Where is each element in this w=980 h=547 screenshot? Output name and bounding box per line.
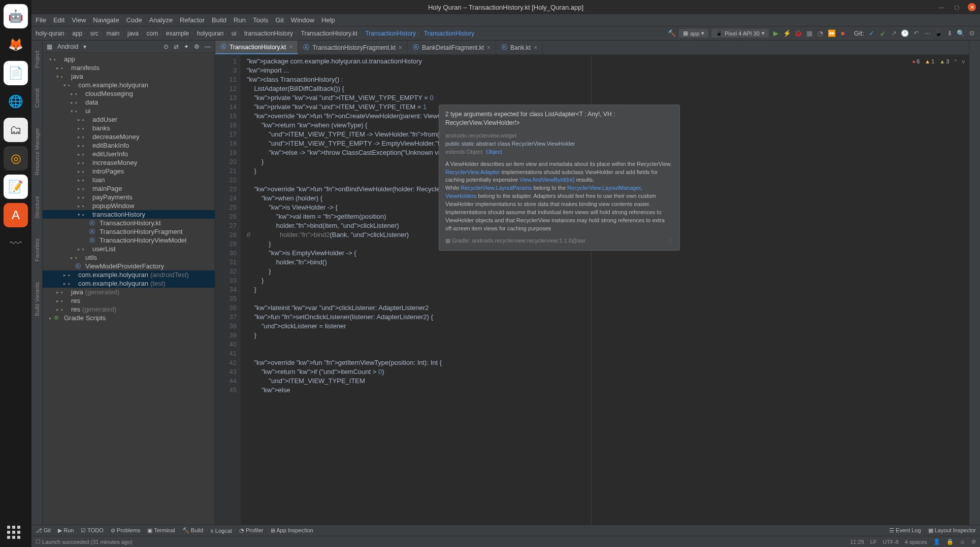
code-editor[interactable]: ●6 ▲1 ▲3 ^v 1311121314151617181920212223… <box>215 55 969 525</box>
tree-item[interactable]: ▸▪manifests <box>43 63 215 72</box>
menu-navigate[interactable]: Navigate <box>93 16 119 24</box>
tree-item[interactable]: ▸▪res(generated) <box>43 305 215 314</box>
dock-studio-icon[interactable]: 🤖 <box>4 4 28 28</box>
attach-debugger-icon[interactable]: ⏩ <box>828 29 836 38</box>
crumb[interactable]: TransactionHistory.kt <box>301 30 357 37</box>
git-history-icon[interactable]: 🕐 <box>901 29 909 38</box>
popup-more-icon[interactable]: ⋮ <box>668 237 673 245</box>
crumb[interactable]: src <box>90 30 99 37</box>
crumb[interactable]: ui <box>232 30 236 37</box>
status-icon[interactable]: ⊘ <box>971 538 976 545</box>
tree-item[interactable]: ▸▪editUserInfo <box>43 150 215 158</box>
dock-monitor-icon[interactable]: 〰 <box>4 231 28 256</box>
status-icon[interactable]: 👤 <box>933 538 940 545</box>
tree-item[interactable]: ▾▪ui <box>43 107 215 115</box>
tree-item[interactable]: ▸▪userList <box>43 245 215 253</box>
menu-git[interactable]: Git <box>275 16 284 24</box>
git-update-icon[interactable]: ✓ <box>867 29 875 38</box>
tree-item[interactable]: ▸▪data <box>43 98 215 107</box>
status-icon[interactable]: ☺ <box>960 539 965 545</box>
crumb[interactable]: holy-quran <box>36 30 64 37</box>
editor-tab[interactable]: ⓀBankDetailFragment.kt× <box>408 41 496 54</box>
crumb[interactable]: TransactionHistory <box>365 30 416 37</box>
menu-window[interactable]: Window <box>291 16 314 24</box>
settings-icon[interactable]: ⚙ <box>968 29 976 38</box>
tree-item[interactable]: ▸▪cloudMesseging <box>43 89 215 98</box>
tree-item[interactable]: ▸▪increaseMoney <box>43 158 215 167</box>
maximize-button[interactable]: ▢ <box>953 3 961 11</box>
status-item[interactable]: LF <box>870 539 877 545</box>
crumb[interactable]: com <box>147 30 158 37</box>
bottom-tool-logcat[interactable]: ≡ Logcat <box>210 528 232 534</box>
git-push-icon[interactable]: ↗ <box>890 29 898 38</box>
tree-item[interactable]: ▸▪banks <box>43 124 215 132</box>
dock-text-icon[interactable]: 📄 <box>4 61 28 85</box>
search-icon[interactable]: 🔍 <box>957 29 965 38</box>
bottom-tool-terminal[interactable]: ▣ Terminal <box>147 527 175 534</box>
stop-icon[interactable]: ■ <box>839 29 847 38</box>
tree-item[interactable]: ▸▪loan <box>43 176 215 184</box>
sdk-icon[interactable]: ⬇ <box>945 29 954 38</box>
dock-files-icon[interactable]: 🗂 <box>4 118 28 142</box>
status-icon[interactable]: 🔒 <box>946 538 954 545</box>
tree-item[interactable]: ▸▪com.example.holyquran(test) <box>43 279 215 288</box>
menu-help[interactable]: Help <box>321 16 335 24</box>
crumb[interactable]: app <box>72 30 82 37</box>
menu-edit[interactable]: Edit <box>53 16 64 24</box>
bottom-tool-todo[interactable]: ☑ TODO <box>81 527 103 534</box>
dock-software-icon[interactable]: A <box>4 203 28 227</box>
menu-tools[interactable]: Tools <box>253 16 268 24</box>
editor-tab[interactable]: ⓀBank.kt× <box>496 41 543 54</box>
profile-icon[interactable]: ◔ <box>816 29 825 38</box>
crumb[interactable]: holyquran <box>197 30 224 37</box>
avd-icon[interactable]: 📱 <box>934 29 942 38</box>
tree-item[interactable]: ⓀViewModelProviderFactory <box>43 262 215 270</box>
status-item[interactable]: 11:29 <box>850 539 864 545</box>
dock-firefox-icon[interactable]: 🦊 <box>4 32 28 57</box>
tree-item[interactable]: ▸▪popupWindow <box>43 201 215 210</box>
tree-item[interactable]: ▸▪introPages <box>43 167 215 176</box>
tree-gradle[interactable]: ▸⚙Gradle Scripts <box>43 314 215 322</box>
git-commit-icon[interactable]: ↙ <box>878 29 887 38</box>
debug-icon[interactable]: 🐞 <box>794 29 802 38</box>
tab-close-icon[interactable]: × <box>534 44 537 51</box>
bottom-tool-run[interactable]: ▶ Run <box>58 527 74 534</box>
tree-item[interactable]: ▸▪utils <box>43 253 215 262</box>
menu-run[interactable]: Run <box>234 16 246 24</box>
bottom-tool-app-inspection[interactable]: ⊞ App Inspection <box>271 527 313 534</box>
dock-chrome-icon[interactable]: 🌐 <box>4 89 28 114</box>
run-config-selector[interactable]: ▦ app ▾ <box>679 29 708 38</box>
tab-close-icon[interactable]: × <box>289 44 292 51</box>
crumb[interactable]: example <box>166 30 189 37</box>
dock-libreoffice-icon[interactable]: 📝 <box>4 175 28 199</box>
bottom-tool-profiler[interactable]: ◔ Profiler <box>239 527 264 534</box>
coverage-icon[interactable]: ▦ <box>805 29 813 38</box>
tree-item[interactable]: ▸▪mainPage <box>43 184 215 193</box>
tree-item[interactable]: ▸▪com.example.holyquran(androidTest) <box>43 270 215 279</box>
tree-item[interactable]: ▸▪payPayments <box>43 193 215 201</box>
run-icon[interactable]: ▶ <box>772 29 780 38</box>
tree-item[interactable]: ▸▪editBankInfo <box>43 141 215 150</box>
menu-view[interactable]: View <box>72 16 86 24</box>
tree-item[interactable]: ▾▪transactionHistory <box>43 210 215 219</box>
editor-tab[interactable]: ⓀTransactionHistoryFragment.kt× <box>298 41 408 54</box>
bottom-tool-git[interactable]: ⎇ Git <box>36 527 51 534</box>
status-item[interactable]: UTF-8 <box>883 539 899 545</box>
menu-refactor[interactable]: Refactor <box>180 16 205 24</box>
tool-commit[interactable]: Commit <box>34 88 40 108</box>
menu-analyze[interactable]: Analyze <box>149 16 173 24</box>
tree-item[interactable]: ⓀTransactionHistoryViewModel <box>43 236 215 245</box>
minimize-button[interactable]: — <box>937 3 945 11</box>
tool-structure[interactable]: Structure <box>34 196 40 219</box>
tree-item[interactable]: ⓀTransactionHistoryFragment <box>43 227 215 236</box>
close-button[interactable]: ✕ <box>968 3 976 11</box>
bottom-tool-event-log[interactable]: ☰ Event Log <box>889 527 921 534</box>
git-rollback-icon[interactable]: ↶ <box>912 29 920 38</box>
project-view-header[interactable]: ▦Android▾ ⊙⇄✦⚙— <box>43 41 215 53</box>
device-selector[interactable]: 📱 Pixel 4 API 30 ▾ <box>711 29 769 38</box>
hammer-icon[interactable]: 🔨 <box>668 29 676 38</box>
tool-build-variants[interactable]: Build Variants <box>34 282 40 316</box>
tree-item[interactable]: ▾▪com.example.holyquran <box>43 81 215 89</box>
bottom-tool-problems[interactable]: ⊘ Problems <box>111 527 141 534</box>
bottom-tool-layout-inspector[interactable]: ▦ Layout Inspector <box>928 527 976 534</box>
